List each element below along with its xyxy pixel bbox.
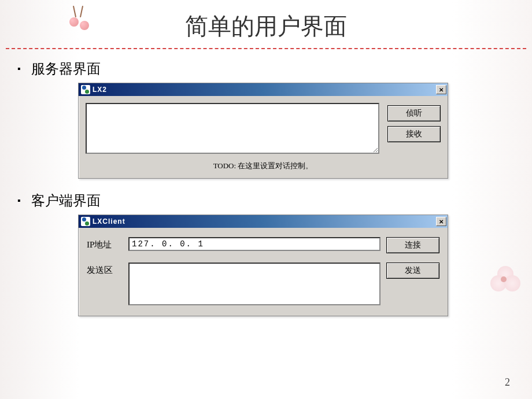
flower-decoration: [480, 260, 526, 318]
close-icon[interactable]: ✕: [436, 217, 446, 226]
receive-button[interactable]: 接收: [387, 126, 441, 142]
cherry-decoration: [64, 6, 93, 38]
bullet-client: ▪ 客户端界面: [17, 191, 515, 210]
bullet-label: 服务器界面: [31, 60, 101, 78]
client-titlebar[interactable]: LXClient ✕: [79, 215, 448, 228]
bullet-server: ▪ 服务器界面: [17, 60, 515, 78]
app-icon: [81, 217, 90, 226]
server-window: LX2 ✕ 侦听 接收 TODO: 在这里设置对话控制。: [78, 83, 448, 179]
send-textarea[interactable]: [128, 263, 380, 305]
bullet-marker: ▪: [17, 64, 21, 74]
ip-address-input[interactable]: [128, 237, 380, 251]
server-window-title: LX2: [93, 86, 436, 94]
page-number: 2: [505, 376, 510, 389]
bullet-label: 客户端界面: [31, 191, 101, 210]
todo-text: TODO: 在这里设置对话控制。: [86, 161, 441, 171]
client-window-title: LXClient: [93, 217, 436, 226]
ip-label: IP地址: [87, 237, 123, 250]
server-log-textarea[interactable]: [86, 103, 379, 154]
send-area-label: 发送区: [87, 263, 123, 276]
connect-button[interactable]: 连接: [386, 237, 439, 253]
client-window: LXClient ✕ IP地址 连接 发送区 发送: [78, 215, 448, 316]
send-button[interactable]: 发送: [386, 263, 439, 279]
server-titlebar[interactable]: LX2 ✕: [79, 83, 448, 96]
listen-button[interactable]: 侦听: [387, 105, 441, 121]
bullet-marker: ▪: [17, 195, 21, 206]
app-icon: [81, 85, 90, 94]
close-icon[interactable]: ✕: [436, 85, 446, 94]
